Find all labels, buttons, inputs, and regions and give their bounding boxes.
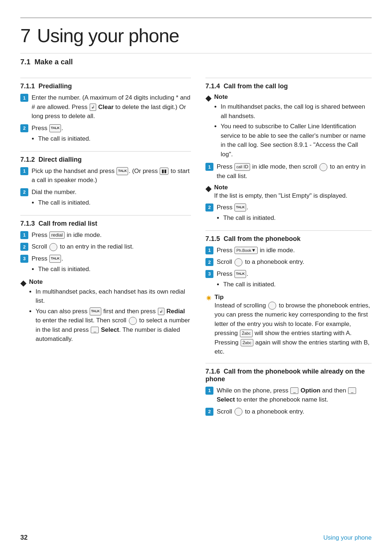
bullet-text-113-3: The call is initiated.: [38, 265, 191, 274]
phbook-key: Ph.Book▼: [234, 247, 258, 254]
badge-111-1: 1: [20, 94, 28, 102]
title-114: Call from the call log: [224, 82, 288, 90]
tip-label-115: Tip: [215, 294, 224, 301]
tip-content-115: Tip Instead of scrolling to browse the p…: [215, 293, 372, 356]
text-115-3: Press TALK. The call is initiated.: [217, 269, 372, 290]
heading-113: 7.1.3 Call from redial list: [20, 220, 191, 227]
item-116-1: 1 While on the phone, press ⎯ Option and…: [205, 386, 372, 404]
rule-115: [205, 230, 372, 231]
heading-114: 7.1.4 Call from the call log: [205, 82, 372, 90]
note-label-114b: Note: [214, 184, 228, 191]
bullet-text-111-2: The call is initiated.: [38, 134, 191, 144]
item-113-3: 3 Press TALK. The call is initiated.: [20, 254, 191, 275]
note-box-113: ◆ Note In multihandset packs, each hands…: [20, 278, 191, 345]
section-1-label: 7.1: [20, 58, 30, 66]
bullet-112-2: The call is initiated.: [38, 198, 191, 208]
badge-114-2: 2: [205, 204, 213, 211]
note-icon-114: ◆: [205, 93, 212, 103]
nav-icon-tip: [268, 302, 276, 310]
item-115-2: 2 Scroll to a phonebook entry.: [205, 257, 372, 267]
tip-box-115: ✷ Tip Instead of scrolling to browse the…: [205, 293, 372, 356]
note-bullet-113-2: You can also press TALK first and then p…: [36, 307, 191, 344]
label-112: 7.1.2: [20, 156, 35, 163]
key-2-1: 2abc: [240, 330, 253, 337]
note-label-113: Note: [29, 278, 43, 285]
note-bullet-113-1: In multihandset packs, each handset has …: [36, 287, 191, 306]
clear-key-note: ↲: [158, 308, 164, 315]
item-112-1: 1 Pick up the handset and press TALK. (O…: [20, 166, 191, 185]
soft-key-note: ⎯: [91, 327, 99, 333]
talk-key-113: TALK: [49, 255, 61, 263]
page-footer: 32 Using your phone: [20, 534, 372, 541]
note-content-113: Note In multihandset packs, each handset…: [29, 278, 191, 345]
nav-icon-116: [234, 408, 242, 416]
item-114-1: 1 Press call ID in idle mode, then scrol…: [205, 162, 372, 181]
badge-115-1: 1: [205, 246, 213, 254]
text-116-2: Scroll to a phonebook entry.: [217, 407, 372, 416]
talk-key-note: TALK: [90, 307, 101, 315]
clear-key: ↲: [90, 104, 96, 111]
right-column: 7.1.4 Call from the call log ◆ Note In m…: [205, 71, 372, 419]
note-content-114b: Note If the list is empty, then "List Em…: [214, 184, 347, 201]
text-112-1: Pick up the handset and press TALK. (Or …: [32, 166, 191, 185]
item-111-2: 2 Press TALK. The call is initiated.: [20, 124, 191, 145]
text-112-2: Dial the number. The call is initiated.: [32, 188, 191, 209]
left-column: 7.1.1 Predialling 1 Enter the number. (A…: [20, 71, 191, 419]
badge-116-1: 1: [205, 387, 213, 395]
title-115: Call from the phonebook: [224, 235, 301, 242]
text-111-2: Press TALK. The call is initiated.: [32, 124, 191, 145]
item-112-2: 2 Dial the number. The call is initiated…: [20, 188, 191, 209]
label-116: 7.1.6: [205, 368, 220, 375]
talk-key-111: TALK: [49, 124, 61, 132]
redial-key: redial: [49, 231, 65, 239]
text-116-1: While on the phone, press ⎯ Option and t…: [217, 386, 372, 404]
title-113: Call from redial list: [38, 220, 97, 227]
rule-114: [205, 78, 372, 78]
badge-113-2: 2: [20, 243, 28, 251]
nav-icon-note: [129, 317, 137, 325]
badge-116-2: 2: [205, 408, 213, 416]
label-114: 7.1.4: [205, 82, 220, 90]
bullet-115-3: The call is initiated.: [223, 280, 372, 289]
note-bullet-114-2: You need to subscribe to Caller Line Ide…: [221, 122, 372, 159]
badge-115-2: 2: [205, 258, 213, 266]
badge-114-1: 1: [205, 163, 213, 171]
title-111: Predialling: [38, 82, 72, 90]
heading-116: 7.1.6 Call from the phonebook while alre…: [205, 368, 372, 383]
item-115-3: 3 Press TALK. The call is initiated.: [205, 269, 372, 290]
badge-112-2: 2: [20, 188, 28, 196]
rule-111: [20, 78, 191, 78]
note-label-114: Note: [214, 93, 228, 100]
label-111: 7.1.1: [20, 82, 35, 90]
text-111-1: Enter the number. (A maximum of 24 digit…: [32, 93, 191, 121]
key-2-2: 2abc: [241, 339, 253, 346]
nav-icon-113-2: [49, 243, 57, 251]
item-113-1: 1 Press redial in idle mode.: [20, 230, 191, 240]
speaker-key: ▮▮: [160, 168, 168, 175]
note-bullets-114: In multihandset packs, the call log is s…: [221, 102, 372, 159]
section-1-title: Make a call: [34, 58, 73, 66]
text-115-2: Scroll to a phonebook entry.: [217, 257, 372, 267]
bullet-text-114-2: The call is initiated.: [223, 213, 372, 223]
item-116-2: 2 Scroll to a phonebook entry.: [205, 407, 372, 416]
text-114-1: Press call ID in idle mode, then scroll …: [217, 162, 372, 181]
note-bullet-114-1: In multihandset packs, the call log is s…: [221, 102, 372, 121]
label-113: 7.1.3: [20, 220, 35, 227]
note-icon-113: ◆: [20, 278, 26, 288]
badge-113-1: 1: [20, 231, 28, 239]
note-icon-114b: ◆: [205, 184, 212, 193]
text-113-2: Scroll to an entry in the redial list.: [32, 242, 191, 251]
footer-chapter-label: Using your phone: [323, 534, 372, 541]
talk-key-112: TALK: [117, 167, 128, 175]
chapter-title-text: Using your phone: [37, 25, 179, 46]
chapter-title: 7Using your phone: [20, 25, 372, 47]
item-114-2: 2 Press TALK. The call is initiated.: [205, 203, 372, 224]
rule-112: [20, 151, 191, 152]
callid-key: call ID: [234, 163, 250, 170]
tip-icon-115: ✷: [205, 294, 212, 303]
chapter-num: 7: [20, 25, 30, 46]
badge-112-1: 1: [20, 167, 28, 175]
bullet-text-112-2: The call is initiated.: [38, 198, 191, 208]
top-rule: [20, 17, 372, 18]
bullet-113-3: The call is initiated.: [38, 265, 191, 274]
